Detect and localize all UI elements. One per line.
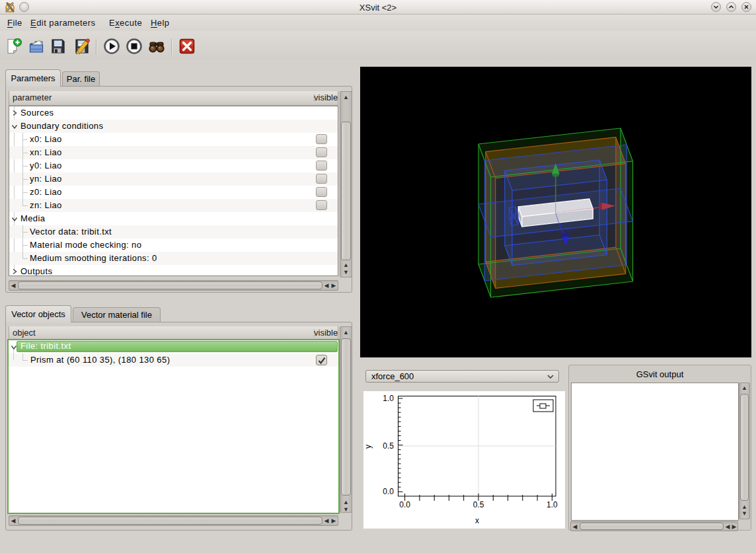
svg-text:0.0: 0.0 [383, 487, 394, 496]
svg-text:0.5: 0.5 [473, 500, 484, 509]
svg-text:0.0: 0.0 [399, 500, 410, 509]
svg-text:1.0: 1.0 [383, 394, 394, 403]
svg-text:x: x [475, 516, 479, 525]
svg-text:1.0: 1.0 [547, 500, 558, 509]
svg-text:y: y [363, 445, 373, 449]
svg-text:0.5: 0.5 [383, 441, 394, 451]
